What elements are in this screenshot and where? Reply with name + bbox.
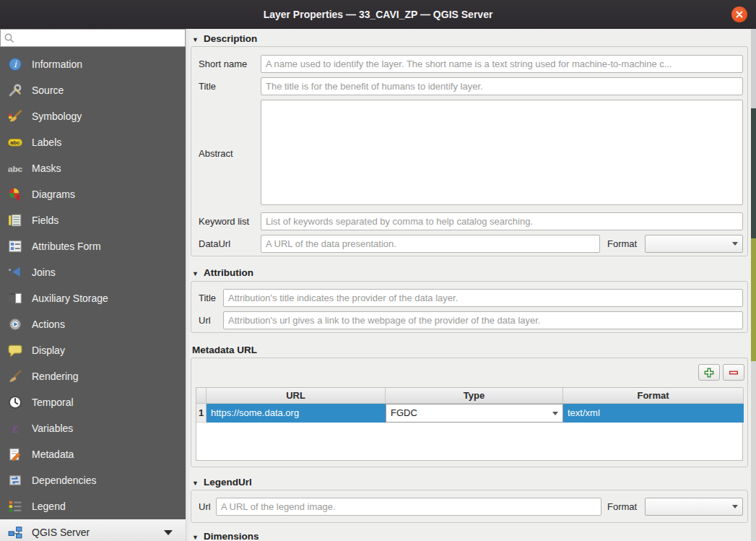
- legendurl-url-label: Url: [199, 501, 211, 512]
- section-header-legendurl[interactable]: LegendUrl: [192, 476, 252, 488]
- source-icon: [7, 82, 23, 98]
- dataurl-input[interactable]: [261, 235, 600, 253]
- sidebar-item-information[interactable]: iInformation: [0, 51, 186, 77]
- sidebar-item-label: Labels: [32, 137, 61, 148]
- search-input[interactable]: [15, 31, 185, 46]
- sidebar-item-fields[interactable]: Fields: [0, 207, 186, 233]
- actions-icon: [7, 316, 23, 332]
- sidebar-item-display[interactable]: Display: [0, 337, 186, 363]
- sidebar-item-label: Fields: [32, 215, 58, 226]
- short-name-input[interactable]: [261, 55, 743, 73]
- row-number[interactable]: 1: [196, 404, 207, 423]
- collapse-arrow-icon: [192, 477, 199, 488]
- svg-text:abc: abc: [8, 164, 22, 173]
- sidebar-item-labels[interactable]: abcLabels: [0, 129, 186, 155]
- background-strip: [751, 108, 756, 238]
- chevron-down-icon: [732, 505, 738, 508]
- symbology-icon: [7, 108, 23, 124]
- legendurl-group: Url Format: [191, 490, 748, 523]
- chevron-down-icon: [552, 412, 558, 415]
- sidebar-scroll-down-icon[interactable]: [164, 530, 173, 535]
- temporal-icon: [7, 394, 23, 410]
- background-strip: [751, 238, 756, 361]
- sidebar-item-joins[interactable]: Joins: [0, 259, 186, 285]
- labels-icon: abc: [7, 134, 23, 150]
- joins-icon: [7, 264, 23, 280]
- section-title: Metadata URL: [192, 345, 257, 355]
- sidebar-item-diagrams[interactable]: Diagrams: [0, 181, 186, 207]
- svg-text:ε: ε: [12, 422, 19, 436]
- minus-icon: [728, 367, 739, 378]
- titlebar[interactable]: Layer Properties — 33_CAVI_ZP — QGIS Ser…: [0, 0, 756, 29]
- type-select[interactable]: FGDC: [386, 404, 563, 423]
- section-header-attribution[interactable]: Attribution: [192, 267, 253, 278]
- keyword-list-input[interactable]: [261, 212, 743, 230]
- sidebar-item-label: Masks: [32, 163, 61, 174]
- collapse-arrow-icon: [192, 531, 199, 541]
- sidebar-item-label: Legend: [32, 501, 66, 512]
- sidebar-item-temporal[interactable]: Temporal: [0, 389, 186, 415]
- column-header-format[interactable]: Format: [563, 388, 744, 404]
- sidebar-item-symbology[interactable]: Symbology: [0, 103, 186, 129]
- dependencies-icon: [7, 472, 23, 488]
- section-header-dimensions[interactable]: Dimensions: [192, 530, 258, 541]
- sidebar-item-source[interactable]: Source: [0, 77, 186, 103]
- url-cell[interactable]: https://some.data.org: [207, 404, 386, 423]
- dataurl-label: DataUrl: [199, 238, 230, 249]
- auxiliary-storage-icon: [7, 290, 23, 306]
- remove-row-button[interactable]: [723, 364, 744, 381]
- attribution-title-input[interactable]: [223, 289, 743, 307]
- column-header-url[interactable]: URL: [207, 388, 386, 404]
- sidebar-item-masks[interactable]: abcMasks: [0, 155, 186, 181]
- section-title: Dimensions: [204, 531, 259, 541]
- collapse-arrow-icon: [192, 33, 199, 44]
- dataurl-format-select[interactable]: [645, 235, 743, 253]
- sidebar-item-label: QGIS Server: [32, 527, 90, 538]
- section-header-description[interactable]: Description: [192, 33, 257, 44]
- search-icon: [4, 33, 15, 44]
- sidebar-item-attributes-form[interactable]: Attributes Form: [0, 233, 186, 259]
- attribution-url-input[interactable]: [223, 311, 743, 329]
- sidebar-list: iInformationSourceSymbologyabcLabelsabcM…: [0, 51, 186, 541]
- display-icon: [7, 342, 23, 358]
- format-cell[interactable]: text/xml: [563, 404, 744, 423]
- sidebar-item-label: Joins: [32, 267, 56, 278]
- metadata-icon: [7, 446, 23, 462]
- legendurl-format-label: Format: [607, 501, 637, 512]
- attribution-group: Title Url: [191, 281, 748, 333]
- section-title: LegendUrl: [204, 477, 252, 488]
- sidebar-item-dependencies[interactable]: Dependencies: [0, 467, 186, 493]
- column-header-type[interactable]: Type: [386, 388, 563, 404]
- sidebar-item-label: Diagrams: [32, 189, 75, 200]
- sidebar-item-label: Display: [32, 345, 65, 356]
- sidebar-item-label: Source: [32, 85, 64, 96]
- sidebar-search[interactable]: [0, 29, 186, 47]
- sidebar-item-qgis-server[interactable]: QGIS Server: [0, 519, 186, 541]
- add-row-button[interactable]: [698, 364, 720, 381]
- abstract-label: Abstract: [199, 148, 233, 159]
- window-title: Layer Properties — 33_CAVI_ZP — QGIS Ser…: [264, 9, 493, 20]
- row-header-corner: [196, 388, 207, 404]
- sidebar-item-variables[interactable]: εVariables: [0, 415, 186, 441]
- legendurl-format-select[interactable]: [645, 498, 743, 516]
- background-strip: [751, 29, 756, 108]
- sidebar-item-rendering[interactable]: Rendering: [0, 363, 186, 389]
- legendurl-url-input[interactable]: [216, 498, 601, 516]
- close-button[interactable]: [731, 7, 747, 22]
- short-name-label: Short name: [199, 59, 247, 69]
- sidebar-item-actions[interactable]: Actions: [0, 311, 186, 337]
- abstract-textarea[interactable]: [261, 100, 743, 205]
- legend-icon: [7, 498, 23, 514]
- information-icon: i: [7, 56, 23, 72]
- attribution-title-label: Title: [199, 293, 216, 303]
- sidebar-item-legend[interactable]: Legend: [0, 493, 186, 519]
- svg-text:abc: abc: [10, 139, 20, 146]
- sidebar-item-label: Metadata: [32, 449, 74, 460]
- title-input[interactable]: [261, 77, 743, 95]
- masks-icon: abc: [7, 160, 23, 176]
- sidebar-item-auxiliary-storage[interactable]: Auxiliary Storage: [0, 285, 186, 311]
- attribution-url-label: Url: [199, 315, 211, 326]
- sidebar-item-label: Dependencies: [32, 475, 97, 486]
- sidebar-item-metadata[interactable]: Metadata: [0, 441, 186, 467]
- section-header-metadata-url: Metadata URL: [192, 344, 257, 355]
